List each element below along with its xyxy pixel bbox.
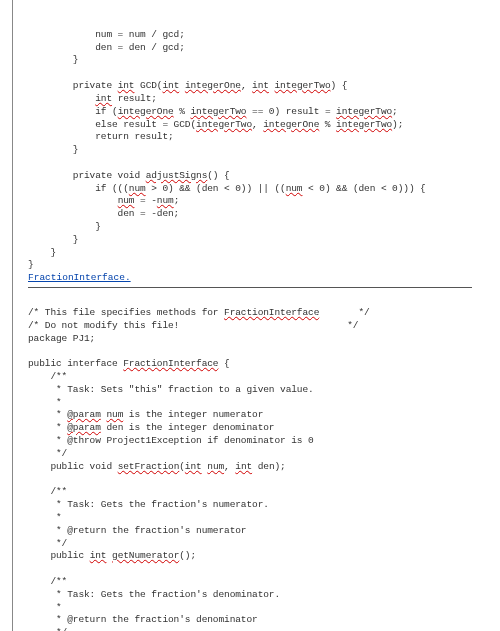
code-line: * @return the fraction's denominator <box>28 614 258 625</box>
code-line: * @return the fraction's numerator <box>28 525 246 536</box>
code-line: package PJ1; <box>28 333 95 344</box>
code-line: * <box>28 397 62 408</box>
section-divider <box>28 287 472 288</box>
code-line: * Task: Gets the fraction's numerator. <box>28 499 269 510</box>
code-line: /* Do not modify this file! */ <box>28 320 358 331</box>
margin-rule <box>12 0 13 631</box>
code-line: den = den / gcd; <box>28 42 185 53</box>
code-line: if (integerOne % integerTwo == 0) result… <box>28 106 398 117</box>
code-line: * @throw Project1Exception if denominato… <box>28 435 314 446</box>
code-line: public interface FractionInterface { <box>28 358 230 369</box>
code-line: public int getNumerator(); <box>28 550 196 561</box>
code-line: } <box>28 144 78 155</box>
code-line: } <box>28 247 56 258</box>
code-line: * <box>28 512 62 523</box>
code-line: } <box>28 54 78 65</box>
code-line: public void setFraction(int num, int den… <box>28 461 286 472</box>
code-line: num = num / gcd; <box>28 29 185 40</box>
code-line: * Task: Gets the fraction's denominator. <box>28 589 280 600</box>
code-line: } <box>28 259 34 270</box>
code-line: } <box>28 221 101 232</box>
code-line: */ <box>28 627 67 631</box>
code-line: num = -num; <box>28 195 179 206</box>
code-line: */ <box>28 448 67 459</box>
code-line: den = -den; <box>28 208 179 219</box>
code-line: * <box>28 602 62 613</box>
code-block-bottom: /* This file specifies methods for Fract… <box>28 294 472 631</box>
code-line: /* This file specifies methods for Fract… <box>28 307 370 318</box>
code-line: if (((num > 0) && (den < 0)) || ((num < … <box>28 183 426 194</box>
code-line: int result; <box>28 93 157 104</box>
code-line: /** <box>28 371 67 382</box>
document-page: num = num / gcd; den = den / gcd; } priv… <box>0 0 500 631</box>
code-line: private int GCD(int integerOne, int inte… <box>28 80 347 91</box>
fraction-interface-link[interactable]: FractionInterface. <box>28 272 131 283</box>
code-line: return result; <box>28 131 174 142</box>
code-line: } <box>28 234 78 245</box>
code-line: else result = GCD(integerTwo, integerOne… <box>28 119 403 130</box>
code-line: /** <box>28 576 67 587</box>
code-line: private void adjustSigns() { <box>28 170 230 181</box>
code-line: /** <box>28 486 67 497</box>
code-line: * @param num is the integer numerator <box>28 409 263 420</box>
code-line: * Task: Sets "this" fraction to a given … <box>28 384 314 395</box>
code-block-top: num = num / gcd; den = den / gcd; } priv… <box>28 16 472 272</box>
code-line: */ <box>28 538 67 549</box>
code-line: * @param den is the integer denominator <box>28 422 274 433</box>
